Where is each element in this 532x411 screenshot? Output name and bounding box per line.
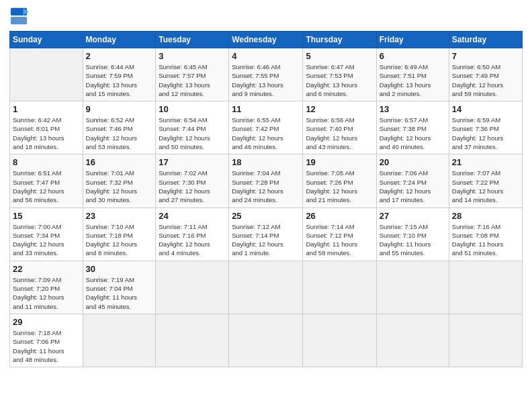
calendar-cell [449,261,522,314]
day-info: Sunrise: 6:50 AM Sunset: 7:49 PM Dayligh… [452,62,519,98]
calendar-header-row: SundayMondayTuesdayWednesdayThursdayFrid… [10,32,523,48]
calendar-cell: 29Sunrise: 7:18 AM Sunset: 7:06 PM Dayli… [10,314,83,367]
calendar-body: 2Sunrise: 6:44 AM Sunset: 7:59 PM Daylig… [10,48,523,367]
day-number: 21 [452,157,519,167]
calendar-cell: 22Sunrise: 7:09 AM Sunset: 7:20 PM Dayli… [10,261,83,314]
day-info: Sunrise: 6:45 AM Sunset: 7:57 PM Dayligh… [159,62,226,98]
calendar-cell: 20Sunrise: 7:06 AM Sunset: 7:24 PM Dayli… [376,154,449,208]
calendar-row: 2Sunrise: 6:44 AM Sunset: 7:59 PM Daylig… [10,48,523,101]
day-number: 19 [306,157,373,167]
calendar-cell [229,314,303,367]
calendar-cell: 5Sunrise: 6:47 AM Sunset: 7:53 PM Daylig… [303,48,376,101]
day-info: Sunrise: 7:15 AM Sunset: 7:10 PM Dayligh… [380,222,446,258]
logo-icon [9,7,28,26]
day-number: 2 [86,51,153,61]
calendar-cell: 6Sunrise: 6:49 AM Sunset: 7:51 PM Daylig… [376,48,449,101]
calendar-cell: 21Sunrise: 7:07 AM Sunset: 7:22 PM Dayli… [449,154,522,208]
calendar-row: 22Sunrise: 7:09 AM Sunset: 7:20 PM Dayli… [10,261,523,314]
day-header-thursday: Thursday [303,32,376,48]
day-header-saturday: Saturday [449,32,522,48]
calendar-row: 15Sunrise: 7:00 AM Sunset: 7:34 PM Dayli… [10,208,523,261]
day-number: 10 [159,104,226,114]
day-number: 11 [232,104,300,114]
day-number: 18 [232,157,300,167]
day-info: Sunrise: 7:06 AM Sunset: 7:24 PM Dayligh… [380,169,446,204]
day-number: 1 [13,104,80,114]
calendar-cell [303,261,376,314]
day-number: 30 [86,264,153,274]
day-info: Sunrise: 6:52 AM Sunset: 7:46 PM Dayligh… [86,116,153,151]
page-container: SundayMondayTuesdayWednesdayThursdayFrid… [0,0,532,374]
day-number: 14 [452,104,519,114]
calendar-cell: 30Sunrise: 7:19 AM Sunset: 7:04 PM Dayli… [83,261,156,314]
day-number: 7 [452,51,519,61]
day-info: Sunrise: 7:11 AM Sunset: 7:16 PM Dayligh… [159,222,226,258]
calendar-cell [303,314,376,367]
day-info: Sunrise: 6:57 AM Sunset: 7:38 PM Dayligh… [380,116,446,151]
day-number: 15 [13,211,80,221]
day-number: 27 [380,211,446,221]
calendar-cell [229,261,303,314]
header [9,7,523,26]
calendar-cell: 19Sunrise: 7:05 AM Sunset: 7:26 PM Dayli… [303,154,376,208]
calendar-cell [376,261,449,314]
day-info: Sunrise: 7:05 AM Sunset: 7:26 PM Dayligh… [306,169,373,204]
day-info: Sunrise: 6:47 AM Sunset: 7:53 PM Dayligh… [306,62,373,98]
day-info: Sunrise: 7:00 AM Sunset: 7:34 PM Dayligh… [13,222,80,258]
day-info: Sunrise: 7:19 AM Sunset: 7:04 PM Dayligh… [86,275,153,311]
calendar-row: 29Sunrise: 7:18 AM Sunset: 7:06 PM Dayli… [10,314,523,367]
day-number: 9 [86,104,153,114]
calendar-cell: 25Sunrise: 7:12 AM Sunset: 7:14 PM Dayli… [229,208,303,261]
calendar-cell: 8Sunrise: 6:51 AM Sunset: 7:47 PM Daylig… [10,154,83,208]
day-number: 25 [232,211,300,221]
calendar-cell: 26Sunrise: 7:14 AM Sunset: 7:12 PM Dayli… [303,208,376,261]
day-info: Sunrise: 7:07 AM Sunset: 7:22 PM Dayligh… [452,169,519,204]
calendar-cell: 27Sunrise: 7:15 AM Sunset: 7:10 PM Dayli… [376,208,449,261]
day-info: Sunrise: 7:02 AM Sunset: 7:30 PM Dayligh… [159,169,226,204]
calendar-cell: 2Sunrise: 6:44 AM Sunset: 7:59 PM Daylig… [83,48,156,101]
day-number: 13 [380,104,446,114]
day-number: 4 [232,51,300,61]
day-header-friday: Friday [376,32,449,48]
svg-rect-1 [11,17,27,24]
day-info: Sunrise: 6:54 AM Sunset: 7:44 PM Dayligh… [159,116,226,151]
day-number: 6 [380,51,446,61]
day-number: 26 [306,211,373,221]
day-info: Sunrise: 6:44 AM Sunset: 7:59 PM Dayligh… [86,62,153,98]
day-header-wednesday: Wednesday [229,32,303,48]
calendar-cell: 23Sunrise: 7:10 AM Sunset: 7:18 PM Dayli… [83,208,156,261]
day-info: Sunrise: 6:42 AM Sunset: 8:01 PM Dayligh… [13,116,80,151]
calendar-cell: 13Sunrise: 6:57 AM Sunset: 7:38 PM Dayli… [376,101,449,154]
calendar-cell: 15Sunrise: 7:00 AM Sunset: 7:34 PM Dayli… [10,208,83,261]
day-info: Sunrise: 7:18 AM Sunset: 7:06 PM Dayligh… [13,328,80,364]
day-number: 24 [159,211,226,221]
day-header-tuesday: Tuesday [156,32,229,48]
day-info: Sunrise: 7:12 AM Sunset: 7:14 PM Dayligh… [232,222,300,258]
day-number: 16 [86,157,153,167]
calendar-table: SundayMondayTuesdayWednesdayThursdayFrid… [9,31,523,367]
day-number: 29 [13,317,80,327]
day-number: 5 [306,51,373,61]
calendar-row: 8Sunrise: 6:51 AM Sunset: 7:47 PM Daylig… [10,154,523,208]
day-info: Sunrise: 6:56 AM Sunset: 7:40 PM Dayligh… [306,116,373,151]
day-number: 12 [306,104,373,114]
day-info: Sunrise: 6:49 AM Sunset: 7:51 PM Dayligh… [380,62,446,98]
day-number: 20 [380,157,446,167]
day-info: Sunrise: 7:09 AM Sunset: 7:20 PM Dayligh… [13,275,80,311]
day-info: Sunrise: 7:04 AM Sunset: 7:28 PM Dayligh… [232,169,300,204]
calendar-cell [83,314,156,367]
calendar-cell: 1Sunrise: 6:42 AM Sunset: 8:01 PM Daylig… [10,101,83,154]
calendar-cell: 12Sunrise: 6:56 AM Sunset: 7:40 PM Dayli… [303,101,376,154]
day-header-monday: Monday [83,32,156,48]
day-number: 22 [13,264,80,274]
day-info: Sunrise: 7:16 AM Sunset: 7:08 PM Dayligh… [452,222,519,258]
calendar-cell [156,261,229,314]
calendar-cell [10,48,83,101]
calendar-cell: 4Sunrise: 6:46 AM Sunset: 7:55 PM Daylig… [229,48,303,101]
day-info: Sunrise: 7:01 AM Sunset: 7:32 PM Dayligh… [86,169,153,204]
day-number: 28 [452,211,519,221]
calendar-cell: 10Sunrise: 6:54 AM Sunset: 7:44 PM Dayli… [156,101,229,154]
calendar-cell: 3Sunrise: 6:45 AM Sunset: 7:57 PM Daylig… [156,48,229,101]
day-number: 23 [86,211,153,221]
calendar-row: 1Sunrise: 6:42 AM Sunset: 8:01 PM Daylig… [10,101,523,154]
